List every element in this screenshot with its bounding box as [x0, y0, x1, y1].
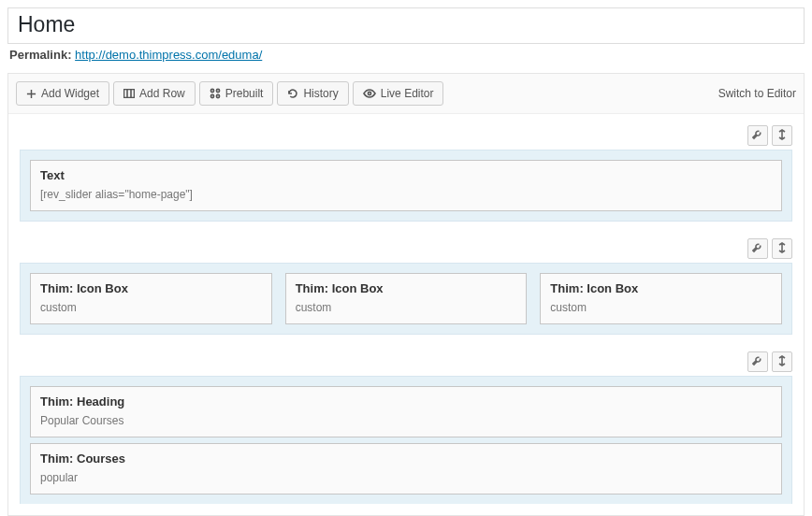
move-icon — [777, 129, 787, 143]
row-controls — [20, 238, 792, 259]
add-row-button[interactable]: Add Row — [113, 81, 196, 106]
page-title-box[interactable]: Home — [7, 7, 805, 44]
builder-row: Text [rev_slider alias="home-page"] — [20, 125, 792, 222]
cubes-icon — [210, 88, 221, 99]
wrench-icon — [752, 355, 763, 369]
prebuilt-button[interactable]: Prebuilt — [199, 81, 274, 106]
add-widget-label: Add Widget — [41, 87, 99, 100]
row-controls — [20, 125, 792, 146]
wrench-icon — [752, 242, 763, 256]
row-cell[interactable]: Thim: Icon Box custom — [30, 273, 272, 324]
widget[interactable]: Thim: Heading Popular Courses — [30, 386, 782, 437]
widget-title: Thim: Icon Box — [550, 281, 772, 295]
history-button[interactable]: History — [277, 81, 348, 106]
add-row-label: Add Row — [139, 87, 185, 100]
widget-title: Thim: Heading — [40, 394, 772, 408]
prebuilt-label: Prebuilt — [225, 87, 264, 100]
row-controls — [20, 351, 792, 372]
permalink-label: Permalink: — [9, 48, 71, 62]
row-cell[interactable]: Thim: Heading Popular Courses Thim: Cour… — [30, 386, 782, 494]
wrench-icon — [752, 129, 763, 143]
widget-desc: [rev_slider alias="home-page"] — [40, 188, 772, 201]
page-title: Home — [18, 12, 794, 37]
live-editor-button[interactable]: Live Editor — [353, 81, 444, 106]
move-icon — [777, 242, 787, 256]
row-body[interactable]: Text [rev_slider alias="home-page"] — [20, 150, 792, 222]
widget-desc: custom — [550, 301, 772, 314]
widget-title: Text — [40, 168, 772, 182]
widget-desc: popular — [40, 471, 772, 484]
svg-rect-0 — [124, 90, 135, 98]
toolbar: Add Widget Add Row Prebuilt History Live… — [8, 74, 804, 114]
switch-editor-link[interactable]: Switch to Editor — [718, 87, 796, 100]
svg-point-5 — [368, 92, 370, 94]
widget-desc: custom — [40, 301, 262, 314]
widget[interactable]: Thim: Icon Box custom — [540, 273, 782, 324]
widget-title: Thim: Icon Box — [296, 281, 517, 295]
move-icon — [777, 355, 787, 369]
live-editor-label: Live Editor — [381, 87, 434, 100]
row-move-button[interactable] — [772, 238, 792, 259]
row-move-button[interactable] — [772, 125, 792, 146]
widget-desc: custom — [296, 301, 517, 314]
add-widget-button[interactable]: Add Widget — [16, 81, 109, 106]
widget[interactable]: Text [rev_slider alias="home-page"] — [30, 160, 782, 211]
page-builder: Add Widget Add Row Prebuilt History Live… — [7, 73, 805, 516]
row-body[interactable]: Thim: Icon Box custom Thim: Icon Box cus… — [20, 263, 792, 335]
builder-row: Thim: Icon Box custom Thim: Icon Box cus… — [20, 238, 792, 335]
svg-point-1 — [210, 89, 213, 92]
plus-icon — [26, 89, 36, 99]
row-cell[interactable]: Thim: Icon Box custom — [540, 273, 782, 324]
widget[interactable]: Thim: Icon Box custom — [285, 273, 528, 324]
permalink: Permalink: http://demo.thimpress.com/edu… — [9, 48, 805, 62]
row-cell[interactable]: Thim: Icon Box custom — [285, 273, 528, 324]
widget-title: Thim: Courses — [40, 452, 772, 466]
row-body[interactable]: Thim: Heading Popular Courses Thim: Cour… — [20, 376, 792, 504]
row-move-button[interactable] — [772, 351, 792, 372]
builder-row: Thim: Heading Popular Courses Thim: Cour… — [20, 351, 792, 504]
widget-title: Thim: Icon Box — [40, 281, 262, 295]
eye-icon — [363, 89, 376, 98]
row-edit-button[interactable] — [747, 351, 768, 372]
widget[interactable]: Thim: Courses popular — [30, 443, 782, 494]
row-edit-button[interactable] — [747, 125, 768, 146]
widget-desc: Popular Courses — [40, 414, 772, 427]
permalink-url[interactable]: http://demo.thimpress.com/eduma/ — [75, 48, 262, 62]
builder-canvas: Text [rev_slider alias="home-page"] — [8, 114, 804, 515]
columns-icon — [123, 89, 135, 98]
svg-point-4 — [216, 94, 219, 97]
widget[interactable]: Thim: Icon Box custom — [30, 273, 272, 324]
svg-point-2 — [216, 89, 219, 92]
row-cell[interactable]: Text [rev_slider alias="home-page"] — [30, 160, 782, 211]
row-edit-button[interactable] — [747, 238, 768, 259]
undo-icon — [287, 88, 298, 99]
svg-point-3 — [210, 94, 213, 97]
history-label: History — [303, 87, 338, 100]
